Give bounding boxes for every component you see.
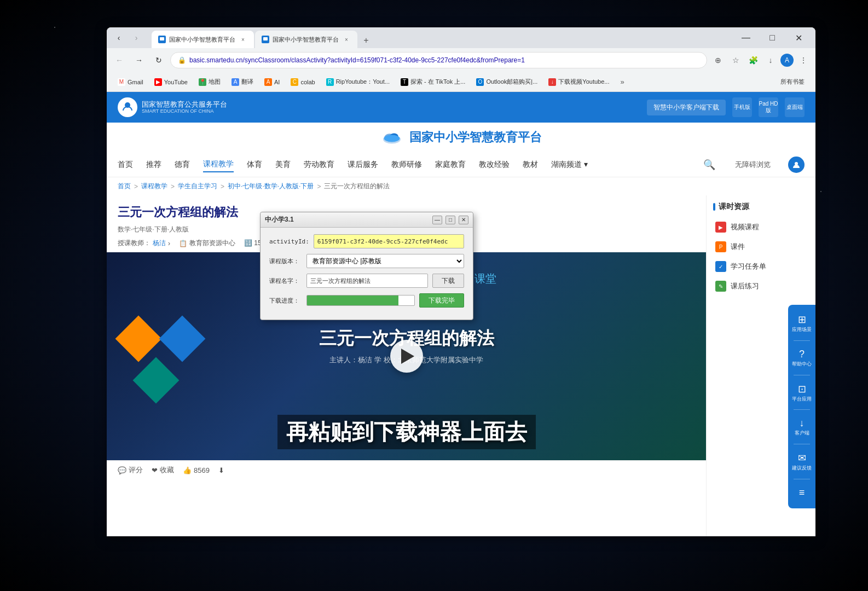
all-bookmarks[interactable]: 所有书签 bbox=[776, 76, 809, 89]
nav-reform[interactable]: 教改经验 bbox=[479, 158, 510, 172]
nav-family[interactable]: 家庭教育 bbox=[435, 158, 466, 172]
bookmark-ai[interactable]: A AI bbox=[260, 76, 284, 89]
site-header-right: 智慧中小学客户端下载 手机版 Pad HD版 桌面端 bbox=[647, 97, 805, 117]
profile-button[interactable]: A bbox=[780, 54, 794, 67]
bookmarks-bar: M Gmail ▶ YouTube 📍 地图 A 翻译 A AI C colab… bbox=[107, 72, 815, 92]
complete-btn[interactable]: 下载完毕 bbox=[419, 293, 464, 308]
feedback-icon: ✉ bbox=[798, 452, 806, 464]
search-icon[interactable]: 🔍 bbox=[703, 159, 715, 171]
bookmark-gmail[interactable]: M Gmail bbox=[113, 76, 148, 89]
comment-icon: 💬 bbox=[118, 466, 126, 474]
tab-1-close[interactable]: × bbox=[239, 35, 247, 44]
new-tab-button[interactable]: + bbox=[358, 33, 374, 48]
activity-id-input[interactable] bbox=[314, 234, 464, 248]
translate-page-button[interactable]: ⊕ bbox=[710, 53, 726, 68]
client-download-label: 智慧中小学客户端下载 bbox=[653, 103, 719, 111]
resource-exercise[interactable]: ✎ 课后练习 bbox=[713, 276, 809, 296]
bookmark-colab-icon: C bbox=[291, 78, 298, 86]
resource-task[interactable]: ✓ 学习任务单 bbox=[713, 257, 809, 276]
platform-icon: ⊡ bbox=[798, 383, 806, 395]
bookmark-download-video[interactable]: ↓ 下载视频Youtube... bbox=[544, 76, 614, 89]
pad-btn[interactable]: Pad HD版 bbox=[759, 97, 778, 117]
download-action[interactable]: ⬇ bbox=[218, 466, 224, 474]
collect-action[interactable]: ❤ 收藏 bbox=[152, 465, 174, 475]
float-platform[interactable]: ⊡ 平台应用 bbox=[790, 379, 814, 407]
bookmark-youtube[interactable]: ▶ YouTube bbox=[150, 76, 192, 89]
nav-sports[interactable]: 体育 bbox=[247, 158, 262, 172]
float-divider-1 bbox=[794, 340, 810, 341]
bookmark-rip[interactable]: R RipYoutube：Yout... bbox=[322, 76, 394, 89]
bookmark-colab[interactable]: C colab bbox=[286, 76, 319, 89]
float-feedback[interactable]: ✉ 建议反馈 bbox=[790, 448, 814, 476]
nav-hunan[interactable]: 湖南频道 ▾ bbox=[551, 158, 588, 172]
like-count: 8569 bbox=[194, 466, 210, 474]
dialog-minimize[interactable]: — bbox=[432, 216, 442, 224]
bookmarks-more[interactable]: » bbox=[616, 76, 628, 89]
float-help[interactable]: ? 帮助中心 bbox=[790, 344, 814, 372]
float-divider-2 bbox=[794, 375, 810, 375]
bookmark-maps-icon: 📍 bbox=[199, 78, 206, 86]
breadcrumb-home[interactable]: 首页 bbox=[118, 182, 131, 191]
float-menu[interactable]: ≡ bbox=[790, 483, 814, 504]
accessible-browsing[interactable]: 无障碍浏览 bbox=[735, 160, 771, 170]
desktop-btn[interactable]: 桌面端 bbox=[785, 97, 805, 117]
play-button[interactable] bbox=[390, 340, 423, 373]
nav-teacher[interactable]: 教师研修 bbox=[391, 158, 422, 172]
nav-home[interactable]: 首页 bbox=[118, 158, 133, 172]
bookmark-translate[interactable]: A 翻译 bbox=[227, 76, 258, 89]
extension-button[interactable]: 🧩 bbox=[745, 53, 761, 68]
window-controls: ‹ › bbox=[111, 30, 144, 45]
bookmark-button[interactable]: ☆ bbox=[728, 53, 743, 68]
nav-arts[interactable]: 美育 bbox=[275, 158, 291, 172]
nav-afterschool[interactable]: 课后服务 bbox=[348, 158, 378, 172]
mobile-btn[interactable]: 手机版 bbox=[732, 97, 752, 117]
forward-nav-button[interactable]: → bbox=[131, 52, 147, 68]
breadcrumb-self-study[interactable]: 学生自主学习 bbox=[178, 182, 217, 191]
teacher-name[interactable]: 杨洁 bbox=[153, 239, 166, 248]
resource-ppt[interactable]: P 课件 bbox=[713, 237, 809, 257]
bookmark-tiktok[interactable]: T 探索 - 在 TikTok 上... bbox=[396, 76, 470, 89]
activity-id-label: activityId: bbox=[269, 238, 309, 245]
dialog-close[interactable]: ✕ bbox=[459, 216, 468, 224]
course-version-select[interactable]: 教育部资源中心 |苏教版 bbox=[306, 254, 464, 268]
nav-curriculum[interactable]: 课程教学 bbox=[203, 157, 234, 172]
teacher-label: 授课教师： bbox=[118, 239, 151, 248]
restore-button[interactable]: □ bbox=[760, 29, 785, 47]
title-bar: ‹ › 国家中小学智慧教育平台 × 国家中小学智慧教育平台 × + — □ bbox=[107, 27, 815, 48]
close-button[interactable]: ✕ bbox=[786, 29, 811, 47]
menu-button[interactable]: ⋮ bbox=[796, 53, 811, 68]
nav-recommend[interactable]: 推荐 bbox=[146, 158, 161, 172]
bookmark-outlook[interactable]: O Outlook邮箱购买|... bbox=[472, 76, 542, 89]
float-divider-5 bbox=[794, 479, 810, 479]
browser-window: ‹ › 国家中小学智慧教育平台 × 国家中小学智慧教育平台 × + — □ bbox=[107, 27, 815, 536]
breadcrumb-curriculum[interactable]: 课程教学 bbox=[141, 182, 167, 191]
back-button[interactable]: ‹ bbox=[111, 30, 126, 45]
menu-icon: ≡ bbox=[799, 487, 805, 499]
back-nav-button[interactable]: ← bbox=[111, 52, 128, 68]
url-bar[interactable]: 🔒 basic.smartedu.cn/syncClassroom/classA… bbox=[170, 52, 707, 68]
platform-title: 国家中小学智慧教育平台 bbox=[409, 129, 542, 146]
like-action[interactable]: 👍 8569 bbox=[183, 466, 210, 474]
course-name-input[interactable] bbox=[306, 274, 428, 288]
float-client[interactable]: ↓ 客户端 bbox=[790, 413, 814, 441]
comment-action[interactable]: 💬 评分 bbox=[118, 465, 143, 475]
client-download-btn[interactable]: 智慧中小学客户端下载 bbox=[647, 100, 726, 115]
tab-1[interactable]: 国家中小学智慧教育平台 × bbox=[152, 31, 254, 48]
forward-button[interactable]: › bbox=[129, 30, 144, 45]
breadcrumb-grade[interactable]: 初中·七年级·数学·人教版·下册 bbox=[228, 182, 314, 191]
nav-textbook[interactable]: 教材 bbox=[523, 158, 538, 172]
download-button[interactable]: ↓ bbox=[763, 53, 778, 68]
bookmark-ai-icon: A bbox=[264, 78, 272, 86]
tab-2-close[interactable]: × bbox=[342, 35, 351, 44]
float-apps[interactable]: ⊞ 应用场景 bbox=[790, 309, 814, 337]
nav-moral[interactable]: 德育 bbox=[175, 158, 190, 172]
tab-2[interactable]: 国家中小学智慧教育平台 × bbox=[255, 31, 357, 48]
bookmark-maps[interactable]: 📍 地图 bbox=[194, 76, 225, 89]
resource-video[interactable]: ▶ 视频课程 bbox=[713, 217, 809, 237]
minimize-button[interactable]: — bbox=[733, 29, 759, 47]
nav-labor[interactable]: 劳动教育 bbox=[304, 158, 334, 172]
refresh-button[interactable]: ↻ bbox=[151, 52, 167, 68]
dialog-restore[interactable]: □ bbox=[445, 216, 455, 224]
download-btn[interactable]: 下载 bbox=[432, 274, 464, 288]
user-avatar[interactable] bbox=[788, 157, 805, 173]
